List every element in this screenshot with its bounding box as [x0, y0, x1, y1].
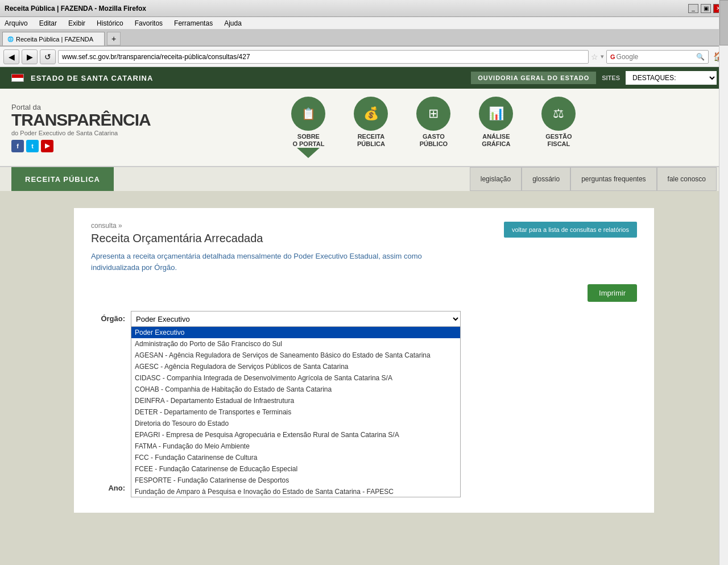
refresh-icon[interactable]: ▾	[601, 53, 604, 60]
print-bar: Imprimir	[91, 284, 637, 302]
sc-flag-icon	[11, 74, 24, 82]
minimize-button[interactable]: _	[688, 4, 698, 13]
gov-bar-left: ESTADO DE SANTA CATARINA	[11, 74, 153, 82]
tab-glossario[interactable]: glossário	[522, 167, 570, 191]
ano-label: Ano:	[91, 480, 125, 492]
new-tab-button[interactable]: +	[107, 32, 121, 45]
menu-historico[interactable]: Histórico	[94, 18, 126, 28]
dropdown-item-11[interactable]: FCC - Fundação Catarinense de Cultura	[131, 452, 460, 463]
content-header: consulta » Receita Orçamentária Arrecada…	[91, 222, 637, 273]
ouvidoria-button[interactable]: OUVIDORIA GERAL DO ESTADO	[471, 72, 596, 84]
gov-bar-right: OUVIDORIA GERAL DO ESTADO SITES DESTAQUE…	[471, 71, 717, 85]
reload-button[interactable]: ↺	[40, 49, 56, 64]
page-scrollbar[interactable]	[719, 0, 728, 565]
orgao-select[interactable]: Poder Executivo	[131, 311, 461, 327]
portal-header: Portal da TRANSPARÊNCIA do Poder Executi…	[0, 89, 728, 167]
dropdown-item-0[interactable]: Poder Executivo	[131, 327, 460, 338]
portal-header-inner: Portal da TRANSPARÊNCIA do Poder Executi…	[0, 94, 728, 160]
search-magnifier-icon[interactable]: 🔍	[696, 53, 705, 61]
nav-sobre-portal[interactable]: 📋 SOBREO PORTAL	[277, 94, 340, 160]
dropdown-item-9[interactable]: EPAGRI - Empresa de Pesquisa Agropecuári…	[131, 429, 460, 441]
portal-subtitle: do Poder Executivo de Santa Catarina	[11, 130, 151, 136]
dropdown-item-3[interactable]: AGESC - Agência Reguladora de Serviços P…	[131, 361, 460, 372]
search-input[interactable]	[617, 53, 696, 61]
address-bar: ◀ ▶ ↺ ☆ ▾ G 🔍 🏠	[0, 47, 728, 67]
nav-gestao-fiscal[interactable]: ⚖ GESTÃOFISCAL	[527, 94, 590, 160]
tab-favicon: 🌐	[7, 36, 14, 42]
tab-label: Receita Pública | FAZENDA	[16, 36, 93, 43]
dropdown-item-5[interactable]: COHAB - Companhia de Habitação do Estado…	[131, 384, 460, 395]
portal-logo: Portal da TRANSPARÊNCIA do Poder Executi…	[11, 103, 151, 152]
nav-receita-publica[interactable]: 💰 RECEITAPÚBLICA	[340, 94, 402, 160]
menu-favoritos[interactable]: Favoritos	[133, 18, 165, 28]
page-description: Apresenta a receita orçamentária detalha…	[91, 251, 432, 273]
main-content: consulta » Receita Orçamentária Arrecada…	[74, 208, 654, 513]
dropdown-item-1[interactable]: Administração do Porto de São Francisco …	[131, 338, 460, 350]
menu-exibir[interactable]: Exibir	[66, 18, 88, 28]
sobre-portal-label: SOBREO PORTAL	[292, 133, 324, 148]
dropdown-item-2[interactable]: AGESAN - Agência Reguladora de Serviços …	[131, 350, 460, 361]
dropdown-item-13[interactable]: FESPORTE - Fundação Catarinense de Despo…	[131, 475, 460, 486]
dropdown-item-12[interactable]: FCEE - Fundação Catarinense de Educação …	[131, 463, 460, 475]
dropdown-item-6[interactable]: DEINFRA - Departamento Estadual de Infra…	[131, 395, 460, 406]
facebook-icon[interactable]: f	[11, 140, 24, 152]
window-controls: _ ▣ ✕	[688, 4, 723, 13]
orgao-row: Órgão: Poder Executivo Poder ExecutivoAd…	[91, 311, 637, 327]
dropdown-item-8[interactable]: Diretoria do Tesouro do Estado	[131, 418, 460, 429]
google-icon: G	[610, 53, 615, 60]
browser-tab-active[interactable]: 🌐 Receita Pública | FAZENDA	[2, 32, 105, 45]
gov-bar: ESTADO DE SANTA CATARINA OUVIDORIA GERAL…	[0, 67, 728, 89]
menu-arquivo[interactable]: Arquivo	[2, 18, 30, 28]
tab-fale-conosco[interactable]: fale conosco	[657, 167, 717, 191]
search-box: G 🔍	[606, 50, 709, 64]
dropdown-item-7[interactable]: DETER - Departamento de Transportes e Te…	[131, 406, 460, 418]
form-section: Órgão: Poder Executivo Poder ExecutivoAd…	[91, 311, 637, 492]
social-icons: f t ▶	[11, 140, 151, 152]
nav-gasto-publico[interactable]: ⊞ GASTOPÚBLICO	[402, 94, 465, 160]
menu-ferramentas[interactable]: Ferramentas	[172, 18, 215, 28]
gasto-publico-icon: ⊞	[416, 97, 450, 131]
state-label: ESTADO DE SANTA CATARINA	[31, 74, 153, 82]
address-input[interactable]	[58, 50, 589, 64]
destaques-container: DESTAQUES:	[626, 71, 717, 85]
sobre-portal-arrow	[297, 148, 320, 158]
receita-publica-label: RECEITAPÚBLICA	[357, 133, 385, 148]
dropdown-item-4[interactable]: CIDASC - Companhia Integrada de Desenvol…	[131, 372, 460, 384]
spacer	[91, 273, 637, 284]
nav-analise-grafica[interactable]: 📊 ANÁLISEGRÁFICA	[465, 94, 527, 160]
nav-icons: 📋 SOBREO PORTAL 💰 RECEITAPÚBLICA ⊞ GASTO…	[151, 94, 717, 160]
orgao-label: Órgão:	[91, 311, 125, 323]
orgao-dropdown[interactable]: Poder ExecutivoAdministração do Porto de…	[131, 327, 461, 497]
browser-title: Receita Pública | FAZENDA - Mozilla Fire…	[5, 5, 146, 13]
tab-legislacao[interactable]: legislação	[470, 167, 522, 191]
dropdown-item-14[interactable]: Fundação de Amparo à Pesquisa e Inovação…	[131, 486, 460, 497]
sobre-portal-icon: 📋	[291, 97, 325, 131]
menu-bar: Arquivo Editar Exibir Histórico Favorito…	[0, 17, 728, 30]
dropdown-item-10[interactable]: FATMA - Fundação do Meio Ambiente	[131, 441, 460, 452]
restore-button[interactable]: ▣	[701, 4, 711, 13]
content-background: consulta » Receita Orçamentária Arrecada…	[0, 191, 728, 541]
orgao-select-container: Poder Executivo Poder ExecutivoAdministr…	[131, 311, 461, 327]
menu-ajuda[interactable]: Ajuda	[222, 18, 244, 28]
forward-button[interactable]: ▶	[22, 49, 38, 64]
bookmark-icon[interactable]: ☆	[591, 52, 598, 61]
submenu-tabs: legislação glossário perguntas frequente…	[470, 167, 717, 191]
back-button[interactable]: ◀	[3, 49, 19, 64]
sites-label: SITES	[602, 74, 620, 81]
youtube-icon[interactable]: ▶	[41, 140, 53, 152]
gestao-fiscal-icon: ⚖	[541, 97, 576, 131]
submenu-bar: RECEITA PÚBLICA legislação glossário per…	[0, 167, 728, 191]
back-to-list-button[interactable]: voltar para a lista de consultas e relat…	[504, 222, 637, 238]
menu-editar[interactable]: Editar	[37, 18, 59, 28]
receita-publica-section-btn[interactable]: RECEITA PÚBLICA	[11, 167, 114, 191]
analise-grafica-label: ANÁLISEGRÁFICA	[482, 133, 510, 148]
twitter-icon[interactable]: t	[26, 140, 39, 152]
breadcrumb: consulta »	[91, 222, 432, 230]
content-header-left: consulta » Receita Orçamentária Arrecada…	[91, 222, 432, 273]
transparencia-title: TRANSPARÊNCIA	[11, 111, 151, 128]
scrollbar-thumb[interactable]	[719, 0, 728, 45]
destaques-select[interactable]: DESTAQUES:	[626, 71, 717, 85]
tab-perguntas-frequentes[interactable]: perguntas frequentes	[570, 167, 656, 191]
browser-titlebar: Receita Pública | FAZENDA - Mozilla Fire…	[0, 0, 728, 17]
print-button[interactable]: Imprimir	[588, 284, 637, 302]
